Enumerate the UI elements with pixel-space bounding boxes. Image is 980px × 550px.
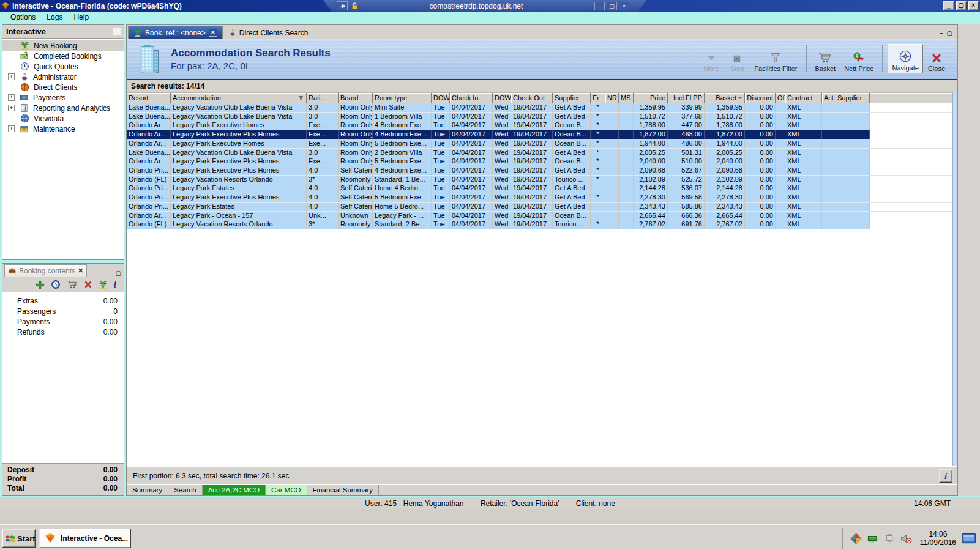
column-header-accommodation[interactable]: Accommodation xyxy=(171,93,307,103)
column-header-act-supplier[interactable]: Act. Supplier xyxy=(822,93,870,103)
tab-direct-clients-search[interactable]: Direct Clients Search xyxy=(223,26,314,39)
result-row[interactable]: Lake Buena...Legacy Vacation Club Lake B… xyxy=(127,103,957,113)
column-header-check-in[interactable]: Check In xyxy=(450,93,493,103)
column-header-of[interactable]: Of xyxy=(776,93,785,103)
rdp-minimize-button[interactable]: _ xyxy=(594,2,605,10)
tab-booking-ref[interactable]: Book. ref.: <none> ✕ xyxy=(128,26,223,39)
column-header-resort[interactable]: Resort xyxy=(127,93,171,103)
basket-add-icon[interactable] xyxy=(67,280,78,289)
bottom-tab-acc-2a-2c-mco[interactable]: Acc 2A,2C MCO xyxy=(203,485,266,495)
column-header-rati[interactable]: Rati... xyxy=(307,93,339,103)
info-button[interactable]: i xyxy=(939,469,952,483)
sidebar-item-quick-quotes[interactable]: Quick Quotes xyxy=(2,61,124,72)
device-tray-icon[interactable] xyxy=(885,533,895,543)
filter-icon[interactable] xyxy=(297,95,304,102)
stop-button[interactable]: Stop xyxy=(725,44,749,73)
result-row[interactable]: Orlando Pri...Legacy Park Estates4.0Self… xyxy=(127,203,957,212)
booking-item-extras[interactable]: Extras0.00 xyxy=(2,295,124,306)
sidebar-item-viewdata[interactable]: Viewdata xyxy=(2,113,124,124)
tab-close-icon[interactable]: ✕ xyxy=(209,29,217,37)
booking-contents-tab[interactable]: Booking contents ✕ xyxy=(4,264,87,277)
muted-volume-icon[interactable] xyxy=(900,533,912,544)
panel-collapse-button[interactable]: − xyxy=(113,28,121,35)
booking-panel-minimize-button[interactable]: − xyxy=(110,270,113,277)
navigate-button[interactable]: Navigate xyxy=(888,44,922,73)
panel-maximize-button[interactable]: ▢ xyxy=(947,30,952,37)
quote-clock-icon[interactable] xyxy=(51,280,61,289)
start-button[interactable]: Start xyxy=(2,529,36,548)
rdp-close-button[interactable]: × xyxy=(619,2,629,10)
column-header-room-type[interactable]: Room type xyxy=(373,93,432,103)
column-header-er[interactable]: Er xyxy=(591,93,605,103)
expand-icon[interactable]: + xyxy=(8,94,15,101)
column-header-contract[interactable]: Contract xyxy=(785,93,822,103)
network-tray-icon[interactable] xyxy=(867,533,879,543)
palm-small-icon[interactable] xyxy=(99,280,108,289)
sidebar-item-payments[interactable]: +Payments xyxy=(2,92,124,103)
booking-panel-maximize-button[interactable]: ▢ xyxy=(116,270,121,277)
pin-icon[interactable] xyxy=(337,1,348,10)
sidebar-item-administrator[interactable]: +Administrator xyxy=(2,72,124,82)
result-row[interactable]: Orlando (FL)Legacy Vacation Resorts Orla… xyxy=(127,176,957,185)
column-header-supplier[interactable]: Supplier xyxy=(553,93,591,103)
booking-item-passengers[interactable]: Passengers0 xyxy=(2,306,124,316)
column-header-nr[interactable]: NR xyxy=(605,93,619,103)
sidebar-item-maintenance[interactable]: +Maintenance xyxy=(2,124,124,134)
booking-item-payments[interactable]: Payments0.00 xyxy=(2,316,124,327)
result-row[interactable]: Orlando (FL)Legacy Vacation Resorts Orla… xyxy=(127,220,957,229)
panel-minimize-button[interactable]: − xyxy=(940,30,943,37)
close-button[interactable]: Close xyxy=(924,44,949,73)
bottom-tab-search[interactable]: Search xyxy=(168,485,202,495)
result-row[interactable]: Orlando Ar...Legacy Park - Ocean - 157Un… xyxy=(127,212,957,221)
nett-price-button[interactable]: Nett Price xyxy=(840,44,877,73)
expand-icon[interactable]: + xyxy=(8,125,15,132)
result-row[interactable]: Lake Buena...Legacy Vacation Club Lake B… xyxy=(127,113,957,122)
result-row[interactable]: Orlando Ar...Legacy Park Executive Homes… xyxy=(127,139,957,149)
window-minimize-button[interactable]: _ xyxy=(943,1,954,10)
antivirus-tray-icon[interactable] xyxy=(850,533,862,544)
result-row[interactable]: Orlando Pri...Legacy Park Estates4.0Self… xyxy=(127,184,957,193)
column-header-dow[interactable]: DOW xyxy=(432,93,450,103)
sidebar-item-completed-bookings[interactable]: Completed Bookings xyxy=(2,51,124,61)
more-button[interactable]: More xyxy=(699,44,724,73)
column-header-discount[interactable]: Discount xyxy=(745,93,776,103)
booking-contents-close-icon[interactable]: ✕ xyxy=(78,267,83,275)
taskbar-task-interactive[interactable]: Interactive - Ocea... xyxy=(39,529,131,548)
bottom-tab-financial-summary[interactable]: Financial Summary xyxy=(307,485,379,495)
result-row[interactable]: Lake Buena...Legacy Vacation Club Lake B… xyxy=(127,149,957,158)
window-maximize-button[interactable]: ▢ xyxy=(956,1,967,10)
vertical-scrollbar[interactable] xyxy=(952,92,957,466)
window-close-button[interactable]: × xyxy=(968,1,979,10)
info-icon[interactable]: i xyxy=(114,280,116,290)
facilities-filter-button[interactable]: Facilities Filter xyxy=(750,44,801,73)
bottom-tab-car-mco[interactable]: Car MCO xyxy=(266,485,307,495)
result-row[interactable]: Orlando Pri...Legacy Park Executive Plus… xyxy=(127,193,957,203)
delete-icon[interactable] xyxy=(84,280,92,289)
basket-button[interactable]: Basket xyxy=(812,44,840,73)
bottom-tab-summary[interactable]: Summary xyxy=(127,485,168,495)
result-row[interactable]: Orlando Ar...Legacy Park Executive Plus … xyxy=(127,157,957,166)
booking-item-refunds[interactable]: Refunds0.00 xyxy=(2,327,124,337)
expand-icon[interactable]: + xyxy=(8,105,15,111)
result-row[interactable]: Orlando Ar...Legacy Park Executive Homes… xyxy=(127,121,957,130)
column-header-dow[interactable]: DOW xyxy=(493,93,511,103)
result-row[interactable]: Orlando Pri...Legacy Park Executive Plus… xyxy=(127,166,957,176)
menu-bar: OptionsLogsHelp xyxy=(0,12,980,23)
column-header-basket[interactable]: Basket xyxy=(705,93,745,103)
menu-help[interactable]: Help xyxy=(68,12,94,22)
expand-icon[interactable]: + xyxy=(8,73,15,80)
column-header-incl-fl-pp[interactable]: Incl.Fl.PP xyxy=(668,93,705,103)
result-row[interactable]: Orlando Ar...Legacy Park Executive Plus … xyxy=(127,130,957,139)
column-header-ms[interactable]: MS xyxy=(619,93,634,103)
add-icon[interactable] xyxy=(36,280,45,289)
rdp-restore-button[interactable]: ▢ xyxy=(607,2,617,10)
sidebar-item-direct-clients[interactable]: Direct Clients xyxy=(2,82,124,92)
show-desktop-icon[interactable] xyxy=(962,532,976,545)
menu-options[interactable]: Options xyxy=(5,12,41,22)
sidebar-item-new-booking[interactable]: New Booking xyxy=(2,40,124,51)
column-header-price[interactable]: Price xyxy=(634,93,668,103)
menu-logs[interactable]: Logs xyxy=(41,12,68,22)
sidebar-item-reporting-and-analytics[interactable]: +Reporting and Analytics xyxy=(2,103,124,113)
column-header-board[interactable]: Board xyxy=(339,93,373,103)
column-header-check-out[interactable]: Check Out xyxy=(511,93,553,103)
